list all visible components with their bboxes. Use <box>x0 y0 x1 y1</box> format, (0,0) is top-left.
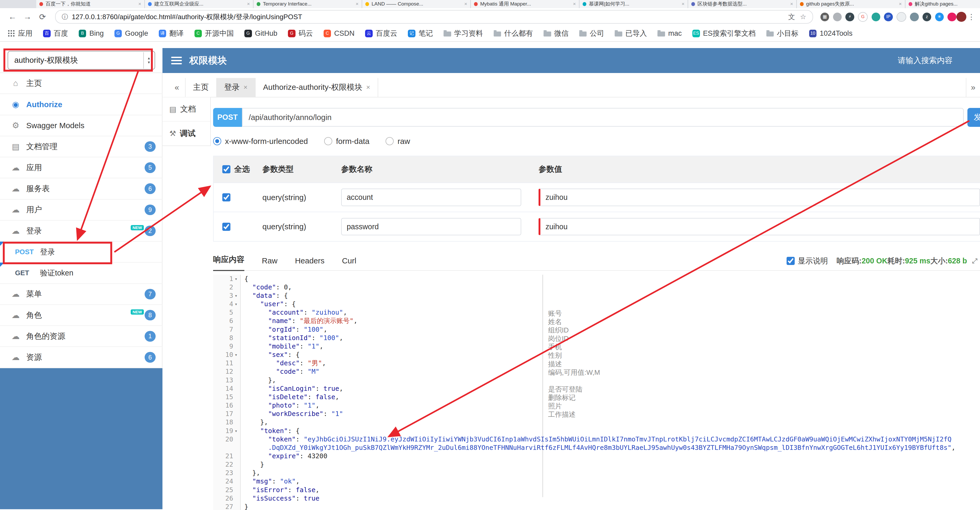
bookmark-item[interactable]: 小目标 <box>766 29 799 38</box>
sidebar-item-service[interactable]: ☁服务表6 <box>0 178 162 199</box>
doc-tab-close-icon[interactable]: × <box>366 83 370 91</box>
bookmark-item[interactable]: C开源中国 <box>194 29 234 38</box>
tab-close-icon[interactable]: × <box>138 1 141 7</box>
doc-tab-close-icon[interactable]: × <box>243 83 248 91</box>
sidebar-item-home[interactable]: ⌂主页 <box>0 73 162 94</box>
bookmark-item[interactable]: mac <box>657 29 682 38</box>
extension-icon[interactable]: ▦ <box>821 13 829 21</box>
sidebar-item-api-get-verify-token[interactable]: GET验证token <box>0 263 162 284</box>
profile-avatar[interactable] <box>956 12 966 22</box>
show-desc-checkbox[interactable] <box>787 257 795 265</box>
param-checkbox[interactable] <box>222 193 231 201</box>
param-value-input[interactable] <box>539 188 980 206</box>
bookmark-item[interactable]: BBing <box>79 29 104 38</box>
extension-icon[interactable]: IP <box>884 13 892 21</box>
expand-tabs-icon[interactable]: » <box>966 78 980 97</box>
back-button[interactable]: ← <box>5 12 20 22</box>
fold-icon[interactable]: ▾ <box>233 292 239 300</box>
doc-tab-主页[interactable]: 主页 <box>185 78 217 97</box>
response-tab-Headers[interactable]: Headers <box>295 256 325 270</box>
select-spinner-icon[interactable]: ▲▼ <box>143 52 154 69</box>
bookmark-item[interactable]: GGitHub <box>244 29 277 38</box>
extension-icon[interactable]: z <box>923 13 931 21</box>
sidebar-item-menu[interactable]: ☁菜单7 <box>0 284 162 305</box>
tab-close-icon[interactable]: × <box>899 1 902 7</box>
browser-tab[interactable]: github pages失效原...× <box>797 0 905 8</box>
bookmark-item[interactable]: 已导入 <box>615 29 647 38</box>
response-tab-响应内容[interactable]: 响应内容 <box>213 254 244 271</box>
select-all-checkbox[interactable] <box>222 165 231 173</box>
fold-icon[interactable]: ▾ <box>233 275 239 283</box>
bookmark-item[interactable]: CCSDN <box>324 29 355 38</box>
param-checkbox[interactable] <box>222 223 231 231</box>
header-search-input[interactable]: 请输入搜索内容 <box>898 55 953 66</box>
hamburger-icon[interactable] <box>171 57 181 64</box>
doc-tab-Authorize-authority-权限模块[interactable]: Authorize-authority-权限模块× <box>256 78 378 97</box>
bookmark-star-icon[interactable]: ☆ <box>800 13 806 21</box>
subnav-item-debug[interactable]: ⚒调试 <box>162 121 210 145</box>
bookmark-item[interactable]: ESES搜索引擎文档 <box>692 29 756 38</box>
fold-icon[interactable]: ▾ <box>233 300 239 308</box>
browser-tab[interactable]: LAND —— Compose...× <box>362 0 471 8</box>
browser-tab[interactable]: Mybatis 通用 Mapper...× <box>471 0 579 8</box>
fold-icon[interactable]: ▾ <box>233 427 239 435</box>
browser-tab[interactable]: 解决github pages...× <box>905 0 980 8</box>
bookmark-item[interactable]: 译翻译 <box>159 29 184 38</box>
tab-close-icon[interactable]: × <box>356 1 358 7</box>
fold-icon[interactable]: ▾ <box>233 351 239 359</box>
tab-close-icon[interactable]: × <box>790 1 793 7</box>
extension-icon[interactable] <box>947 13 956 21</box>
bookmark-item[interactable]: 学习资料 <box>444 29 483 38</box>
sidebar-item-swagger-models[interactable]: ⚙Swagger Models <box>0 115 162 136</box>
bookmark-item[interactable]: G码云 <box>288 29 313 38</box>
tab-close-icon[interactable]: × <box>573 1 576 7</box>
doc-tab-登录[interactable]: 登录× <box>217 78 256 97</box>
browser-tab[interactable]: 慕课网|如何学习...× <box>579 0 688 8</box>
bookmark-item[interactable]: 微信 <box>544 29 568 38</box>
extension-icon[interactable] <box>833 13 842 21</box>
extension-icon[interactable]: G <box>858 12 868 22</box>
sidebar-item-authorize[interactable]: ◉Authorize <box>0 94 162 115</box>
address-url[interactable]: 127.0.0.1:8760/api/gate/doc.html#/author… <box>72 12 783 22</box>
param-name-input[interactable] <box>341 218 521 236</box>
tab-close-icon[interactable]: × <box>247 1 250 7</box>
tab-close-icon[interactable]: × <box>682 1 684 7</box>
bookmark-item[interactable]: 101024Tools <box>809 29 853 38</box>
reload-button[interactable]: ⟳ <box>35 12 50 22</box>
browser-tab[interactable]: Temporary Interface...× <box>253 0 362 8</box>
extension-icon[interactable] <box>872 13 880 21</box>
request-url-input[interactable] <box>242 108 964 127</box>
sidebar-item-login[interactable]: ☁登录2NEW <box>0 221 162 242</box>
content-type-radio[interactable]: x-www-form-urlencoded <box>213 137 308 146</box>
forward-button[interactable]: → <box>20 12 35 22</box>
bookmark-item[interactable]: 百百度 <box>43 29 68 38</box>
sidebar-item-app[interactable]: ☁应用5 <box>0 157 162 178</box>
sidebar-item-role[interactable]: ☁角色8NEW <box>0 305 162 326</box>
param-value-input[interactable] <box>539 218 980 236</box>
bookmark-item[interactable]: GGoogle <box>115 29 148 38</box>
sidebar-item-resource[interactable]: ☁资源6 <box>0 347 162 368</box>
module-select[interactable]: authority-权限模块 ▲▼ <box>8 51 155 70</box>
radio-icon[interactable] <box>213 137 221 145</box>
bookmark-item[interactable]: 记笔记 <box>408 29 433 38</box>
sidebar-item-role-resource[interactable]: ☁角色的资源1 <box>0 326 162 347</box>
response-tab-Raw[interactable]: Raw <box>262 256 278 270</box>
page-info-icon[interactable]: ⓘ <box>62 13 68 21</box>
sidebar-item-user[interactable]: ☁用户9 <box>0 199 162 221</box>
sidebar-item-api-post-login[interactable]: POST登录 <box>0 242 162 263</box>
sidebar-item-doc-manage[interactable]: ▤文档管理3 <box>0 136 162 157</box>
extension-icon[interactable] <box>910 13 919 21</box>
browser-tab[interactable]: 区块链参考数据选型...× <box>688 0 797 8</box>
browser-menu-icon[interactable]: ⋮ <box>967 12 975 21</box>
collapse-tabs-icon[interactable]: « <box>169 83 185 92</box>
bookmark-item[interactable]: 什么都有 <box>494 29 533 38</box>
fullscreen-icon[interactable]: ⤢ <box>972 257 978 265</box>
content-type-radio[interactable]: form-data <box>324 137 369 146</box>
bookmark-item[interactable]: 公司 <box>579 29 604 38</box>
content-type-radio[interactable]: raw <box>385 137 410 146</box>
param-name-input[interactable] <box>341 188 521 206</box>
bookmark-item[interactable]: 应用 <box>8 29 33 38</box>
address-bar[interactable]: ⓘ 127.0.0.1:8760/api/gate/doc.html#/auth… <box>55 10 813 24</box>
extension-icon[interactable]: ⚡ <box>845 13 854 21</box>
extension-icon[interactable]: ✳ <box>935 13 944 21</box>
